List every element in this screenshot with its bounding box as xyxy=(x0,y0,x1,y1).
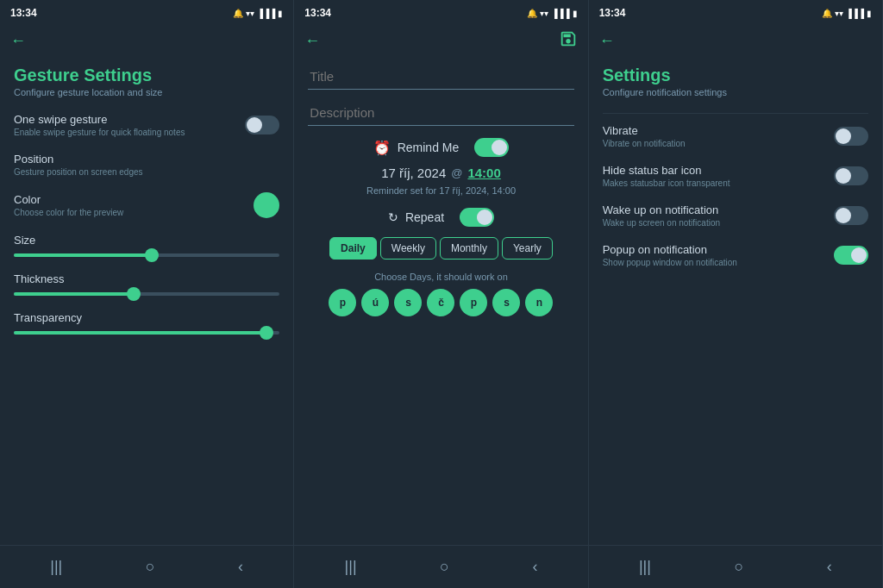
nav-back-center[interactable]: ‹ xyxy=(532,558,537,576)
at-text: @ xyxy=(451,166,462,179)
nav-home-center[interactable]: ○ xyxy=(440,558,449,576)
reminder-content: ⏰ Remind Me 17 říj, 2024 @ 14:00 Reminde… xyxy=(294,57,587,545)
repeat-label: Repeat xyxy=(405,210,444,224)
signal-icon-center: ▐▐▐ xyxy=(551,9,569,18)
thickness-slider-container: Thickness xyxy=(14,272,279,296)
freq-yearly-button[interactable]: Yearly xyxy=(502,237,553,260)
battery-icon-center: ▮ xyxy=(573,9,578,18)
wakeup-label: Wake up on notification xyxy=(603,203,834,216)
nav-home-left[interactable]: ○ xyxy=(146,558,155,576)
popup-toggle[interactable] xyxy=(834,246,868,265)
date-text[interactable]: 17 říj, 2024 xyxy=(381,166,446,180)
freq-monthly-button[interactable]: Monthly xyxy=(440,237,498,260)
transparency-slider-fill xyxy=(14,331,266,335)
wifi-icon-left: ▾▾ xyxy=(246,9,254,18)
swipe-gesture-label: One swipe gesture xyxy=(14,113,245,126)
back-button-center[interactable]: ← xyxy=(304,32,320,50)
gesture-title: Gesture Settings xyxy=(14,66,279,85)
nav-recent-left[interactable]: ||| xyxy=(50,558,62,576)
vibrate-desc: Vibrate on notification xyxy=(603,139,834,148)
swipe-gesture-row: One swipe gesture Enable swipe gesture f… xyxy=(14,113,279,137)
remind-me-row: ⏰ Remind Me xyxy=(308,138,573,157)
nav-back-left[interactable]: ‹ xyxy=(238,558,243,576)
thickness-slider-thumb[interactable] xyxy=(127,287,141,301)
nav-back-right[interactable]: ‹ xyxy=(827,558,832,576)
transparency-slider-track[interactable] xyxy=(14,331,279,335)
gesture-settings-panel: 13:34 🔔 ▾▾ ▐▐▐ ▮ ← Gesture Settings Conf… xyxy=(0,0,294,588)
gesture-content: Gesture Settings Configure gesture locat… xyxy=(0,57,293,545)
remind-toggle[interactable] xyxy=(474,138,509,157)
hide-statusbar-info: Hide status bar icon Makes statusbar ico… xyxy=(603,164,834,188)
signal-icon-right: ▐▐▐ xyxy=(846,9,864,18)
status-time-left: 13:34 xyxy=(10,7,37,19)
day-c[interactable]: č xyxy=(427,289,454,316)
color-row: Color Choose color for the preview xyxy=(14,192,279,218)
color-info: Color Choose color for the preview xyxy=(14,193,254,217)
size-slider-thumb[interactable] xyxy=(145,248,159,262)
nav-recent-center[interactable]: ||| xyxy=(345,558,357,576)
day-p2[interactable]: p xyxy=(460,289,487,316)
save-button-center[interactable] xyxy=(559,29,578,53)
wakeup-toggle[interactable] xyxy=(834,206,868,225)
position-row: Position Gesture position on screen edge… xyxy=(14,153,279,177)
battery-icon-right: ▮ xyxy=(867,9,872,18)
toolbar-right: ← xyxy=(589,24,882,57)
signal-icon-left: ▐▐▐ xyxy=(257,9,275,18)
repeat-toggle[interactable] xyxy=(460,208,494,227)
popup-info: Popup on notification Show popup window … xyxy=(603,243,834,267)
day-n[interactable]: n xyxy=(525,289,553,316)
day-s2[interactable]: s xyxy=(492,289,520,316)
status-bar-left: 13:34 🔔 ▾▾ ▐▐▐ ▮ xyxy=(0,0,293,24)
size-slider-label: Size xyxy=(14,234,279,247)
position-desc: Gesture position on screen edges xyxy=(14,167,279,177)
time-text[interactable]: 14:00 xyxy=(467,166,500,180)
gesture-subtitle: Configure gesture location and size xyxy=(14,87,279,97)
days-row: p ú s č p s n xyxy=(308,289,573,316)
status-time-right: 13:34 xyxy=(599,7,626,19)
wifi-icon-center: ▾▾ xyxy=(540,9,548,18)
hide-statusbar-row: Hide status bar icon Makes statusbar ico… xyxy=(603,164,868,188)
notification-settings-panel: 13:34 🔔 ▾▾ ▐▐▐ ▮ ← Settings Configure no… xyxy=(589,0,883,588)
bottom-nav-left: ||| ○ ‹ xyxy=(0,545,293,588)
popup-desc: Show popup window on notification xyxy=(603,258,834,267)
datetime-row: 17 říj, 2024 @ 14:00 xyxy=(308,166,573,180)
status-icons-center: 🔔 ▾▾ ▐▐▐ ▮ xyxy=(527,9,577,18)
freq-weekly-button[interactable]: Weekly xyxy=(380,237,436,260)
vibrate-row: Vibrate Vibrate on notification xyxy=(603,124,868,148)
reminder-set-text: Reminder set for 17 říj, 2024, 14:00 xyxy=(308,185,573,196)
freq-daily-button[interactable]: Daily xyxy=(329,237,377,260)
transparency-slider-container: Transparency xyxy=(14,311,279,335)
description-input[interactable] xyxy=(308,102,573,126)
popup-label: Popup on notification xyxy=(603,243,834,256)
alarm-icon-right: 🔔 xyxy=(822,9,832,18)
size-slider-track[interactable] xyxy=(14,253,279,257)
divider-1 xyxy=(603,113,868,114)
nav-home-right[interactable]: ○ xyxy=(734,558,743,576)
battery-icon-left: ▮ xyxy=(278,9,283,18)
toolbar-center: ← xyxy=(294,24,587,57)
transparency-slider-thumb[interactable] xyxy=(260,326,273,340)
size-slider-fill xyxy=(14,253,152,257)
day-u[interactable]: ú xyxy=(361,289,389,316)
vibrate-toggle[interactable] xyxy=(834,127,868,146)
day-s1[interactable]: s xyxy=(394,289,422,316)
status-bar-right: 13:34 🔔 ▾▾ ▐▐▐ ▮ xyxy=(589,0,882,24)
day-p1[interactable]: p xyxy=(329,289,356,316)
status-bar-center: 13:34 🔔 ▾▾ ▐▐▐ ▮ xyxy=(294,0,587,24)
color-swatch[interactable] xyxy=(254,192,279,218)
repeat-row: ↻ Repeat xyxy=(308,208,573,227)
transparency-slider-label: Transparency xyxy=(14,311,279,324)
swipe-gesture-toggle[interactable] xyxy=(245,116,279,134)
position-label: Position xyxy=(14,153,279,166)
toolbar-left: ← xyxy=(0,24,293,57)
back-button-left[interactable]: ← xyxy=(10,32,26,50)
thickness-slider-label: Thickness xyxy=(14,272,279,285)
nav-recent-right[interactable]: ||| xyxy=(639,558,651,576)
back-button-right[interactable]: ← xyxy=(599,32,615,50)
color-label: Color xyxy=(14,193,254,206)
bottom-nav-center: ||| ○ ‹ xyxy=(294,545,587,588)
choose-days-text: Choose Days, it should work on xyxy=(308,272,573,282)
hide-statusbar-toggle[interactable] xyxy=(834,166,868,185)
title-input[interactable] xyxy=(308,66,573,90)
thickness-slider-track[interactable] xyxy=(14,292,279,296)
